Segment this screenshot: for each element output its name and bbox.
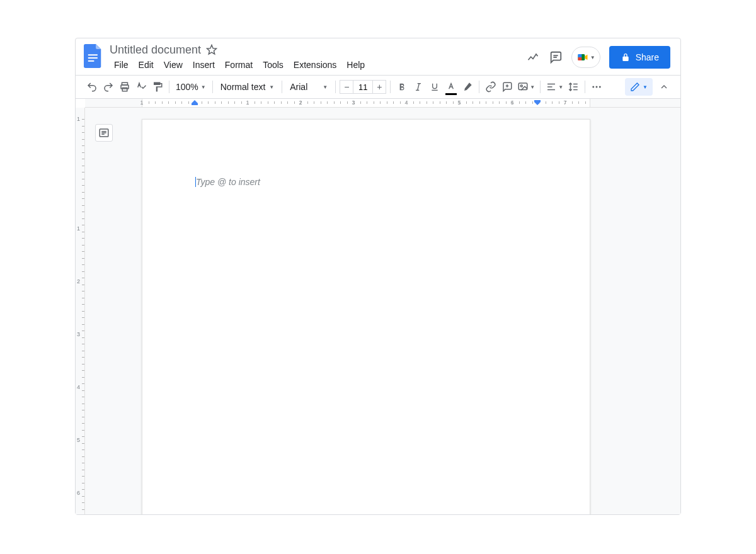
share-button[interactable]: Share (609, 46, 670, 69)
underline-button[interactable] (427, 79, 442, 94)
spellcheck-button[interactable] (134, 79, 149, 94)
svg-point-18 (520, 85, 522, 87)
document-title[interactable]: Untitled document (110, 43, 201, 57)
add-comment-button[interactable] (500, 79, 515, 94)
zoom-value: 100% (176, 82, 198, 92)
menu-view[interactable]: View (159, 59, 187, 71)
menu-edit[interactable]: Edit (134, 59, 158, 71)
highlight-color-button[interactable] (460, 79, 475, 94)
paragraph-style-select[interactable]: Normal text ▼ (217, 82, 278, 92)
line-spacing-button[interactable] (566, 79, 581, 94)
svg-line-13 (418, 84, 420, 91)
menu-insert[interactable]: Insert (188, 59, 219, 71)
share-label: Share (636, 52, 659, 62)
docs-document-icon (84, 43, 103, 69)
chevron-down-icon: ▼ (643, 84, 648, 90)
zoom-select[interactable]: 100% ▼ (173, 82, 209, 92)
lock-icon (621, 52, 631, 62)
vertical-ruler[interactable]: 1123456 (76, 108, 85, 514)
meet-icon (576, 51, 589, 64)
font-select[interactable]: Arial ▼ (286, 82, 331, 92)
insert-image-button[interactable]: ▼ (516, 79, 536, 94)
svg-rect-2 (88, 60, 94, 62)
chevron-down-icon: ▼ (269, 84, 274, 90)
italic-button[interactable] (411, 79, 426, 94)
editing-mode-button[interactable]: ▼ (625, 78, 653, 96)
app-header: Untitled document File Edit View Insert … (76, 38, 680, 75)
document-page[interactable]: Type @ to insert (142, 119, 590, 514)
increase-font-size-button[interactable]: + (372, 80, 386, 94)
chevron-down-icon: ▼ (530, 84, 535, 90)
chevron-down-icon: ▼ (201, 84, 206, 90)
menu-format[interactable]: Format (220, 59, 257, 71)
menu-tools[interactable]: Tools (258, 59, 288, 71)
redo-button[interactable] (101, 79, 116, 94)
svg-rect-1 (88, 57, 98, 59)
undo-button[interactable] (84, 79, 100, 94)
horizontal-ruler[interactable]: 11234567 (85, 99, 680, 108)
align-button[interactable]: ▼ (544, 79, 564, 94)
comment-history-icon[interactable] (549, 50, 563, 64)
decrease-font-size-button[interactable]: − (340, 80, 353, 94)
chevron-down-icon: ▼ (323, 84, 328, 90)
activity-icon[interactable] (526, 50, 540, 64)
menu-help[interactable]: Help (342, 59, 369, 71)
menu-bar: File Edit View Insert Format Tools Exten… (110, 57, 369, 72)
svg-point-25 (592, 86, 594, 88)
chevron-down-icon: ▼ (558, 84, 563, 90)
insert-link-button[interactable] (483, 79, 498, 94)
document-outline-button[interactable] (95, 124, 113, 142)
svg-rect-7 (578, 57, 581, 60)
paragraph-style-value: Normal text (220, 82, 266, 92)
text-cursor (195, 177, 196, 187)
font-value: Arial (290, 82, 307, 92)
print-button[interactable] (117, 79, 132, 94)
menu-extensions[interactable]: Extensions (289, 59, 341, 71)
more-button[interactable] (589, 79, 604, 94)
svg-rect-0 (88, 54, 98, 55)
star-icon[interactable] (206, 44, 217, 55)
chevron-down-icon: ▼ (590, 55, 595, 60)
placeholder-text: Type @ to insert (196, 177, 260, 187)
pencil-icon (630, 82, 640, 92)
meet-button[interactable]: ▼ (571, 47, 600, 68)
docs-logo[interactable] (82, 45, 105, 67)
toolbar: 100% ▼ Normal text ▼ Arial ▼ − + (76, 75, 680, 99)
document-canvas[interactable]: Type @ to insert (85, 108, 680, 514)
font-size-input[interactable] (353, 80, 372, 94)
svg-rect-6 (578, 54, 581, 57)
paint-format-button[interactable] (150, 79, 165, 94)
font-size-group: − + (340, 80, 386, 94)
collapse-toolbar-button[interactable] (656, 79, 672, 94)
text-color-button[interactable] (444, 79, 459, 94)
svg-point-26 (596, 86, 598, 88)
bold-button[interactable] (394, 79, 410, 94)
svg-point-27 (599, 86, 601, 88)
menu-file[interactable]: File (110, 59, 133, 71)
